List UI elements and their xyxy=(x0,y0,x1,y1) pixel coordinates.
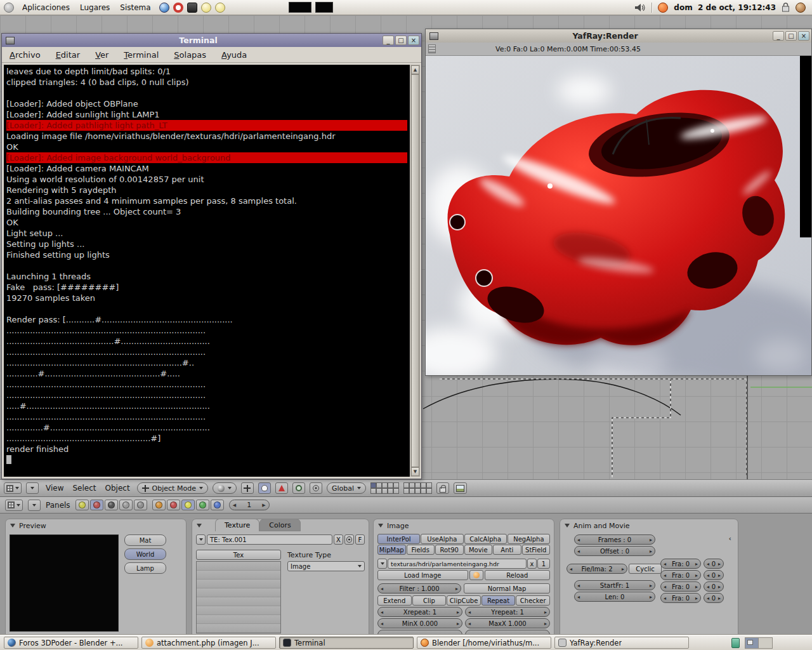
layer-button[interactable] xyxy=(382,488,388,494)
layer-button[interactable] xyxy=(415,482,421,488)
fra-zero-field[interactable]: 0 xyxy=(704,593,724,603)
layer-button[interactable] xyxy=(370,488,376,494)
anim-panel-header[interactable]: Anim and Movie xyxy=(560,519,738,532)
texture-channel-slot[interactable] xyxy=(197,624,280,633)
fra-field[interactable]: Fra: 0 xyxy=(660,559,701,569)
taskbar-task[interactable]: Foros 3DPoder - Blender +... xyxy=(4,637,138,649)
render-preview-button[interactable] xyxy=(454,482,467,494)
layer-button[interactable] xyxy=(409,482,415,488)
texture-channel-slot[interactable] xyxy=(197,606,280,615)
hand-tool-button[interactable] xyxy=(258,482,271,494)
layer-button[interactable] xyxy=(426,488,432,494)
editor-type-button[interactable] xyxy=(5,500,23,511)
top-menu-aplicaciones[interactable]: Aplicaciones xyxy=(18,2,74,13)
fake-user-button[interactable]: F xyxy=(355,534,365,545)
layer-button[interactable] xyxy=(415,488,421,494)
close-button[interactable]: × xyxy=(798,31,809,41)
layer-button[interactable] xyxy=(393,482,399,488)
window-swatch-1[interactable] xyxy=(289,2,311,13)
workspace-1[interactable] xyxy=(745,638,759,648)
offset-field[interactable]: Offset : 0 xyxy=(574,546,655,556)
transform-orientation-dropdown[interactable]: Global xyxy=(327,482,366,494)
frames-field[interactable]: Frames : 0 xyxy=(574,534,655,545)
update-notifier-icon[interactable] xyxy=(658,3,668,13)
scroll-down-icon[interactable] xyxy=(411,467,419,476)
tab-texture[interactable]: Texture xyxy=(215,519,259,531)
preview-panel-header[interactable]: Preview xyxy=(6,519,186,532)
panel-collapse-icon[interactable] xyxy=(10,524,15,527)
layer-button[interactable] xyxy=(421,482,426,488)
texture-name-field[interactable]: TE: Tex.001 xyxy=(207,534,332,545)
editing-icon[interactable] xyxy=(119,500,133,510)
auto-name-button[interactable] xyxy=(344,534,354,545)
window-swatch-2[interactable] xyxy=(315,2,333,13)
image-repeat-button[interactable]: Repeat xyxy=(481,595,516,606)
layer-button[interactable] xyxy=(376,488,382,494)
reload-button[interactable]: Reload xyxy=(485,570,551,580)
bulb-launcher-icon-1[interactable] xyxy=(201,3,211,13)
image-usealpha-button[interactable]: UseAlpha xyxy=(421,534,463,544)
viewport-menu-view[interactable]: View xyxy=(46,484,63,493)
panel-collapse-icon[interactable] xyxy=(378,524,383,527)
image-clip-button[interactable]: Clip xyxy=(412,595,447,606)
toolbar-handle-icon[interactable] xyxy=(428,44,436,53)
translate-manipulator-button[interactable] xyxy=(241,482,254,494)
texture-channel-slot[interactable] xyxy=(197,615,280,624)
help-launcher-icon[interactable] xyxy=(173,3,183,13)
taskbar-task[interactable]: Blender [/home/viriathus/m... xyxy=(417,637,551,649)
layer-button[interactable] xyxy=(403,482,409,488)
lock-screen-icon[interactable] xyxy=(782,3,790,12)
layer-button[interactable] xyxy=(409,488,415,494)
clock[interactable]: dom 2 de oct, 19:12:43 xyxy=(674,3,776,12)
layer-button[interactable] xyxy=(370,482,376,488)
xrepeat-slider[interactable]: Xrepeat: 1 xyxy=(377,607,462,617)
maxx-field[interactable]: MaxX 1.000 xyxy=(465,618,550,628)
fra-zero-field[interactable]: 0 xyxy=(704,581,724,592)
minimize-button[interactable]: _ xyxy=(383,36,394,45)
texture-channel-slot[interactable] xyxy=(197,562,280,571)
volume-icon[interactable] xyxy=(634,3,646,12)
panel-collapse-icon[interactable] xyxy=(565,524,570,527)
top-menu-lugares[interactable]: Lugares xyxy=(75,2,114,13)
maxy-field-cropped[interactable] xyxy=(465,630,550,635)
draw-type-dropdown[interactable] xyxy=(213,482,237,494)
scrollbar-thumb[interactable] xyxy=(411,74,419,467)
filter-slider[interactable]: Filter : 1.000 xyxy=(377,583,461,594)
texture-type-dropdown[interactable]: Image xyxy=(287,561,365,571)
layer-button[interactable] xyxy=(388,488,393,494)
fra-field[interactable]: Fra: 0 xyxy=(660,593,701,603)
screenshot-launcher-icon[interactable] xyxy=(187,3,197,13)
layer-button[interactable] xyxy=(376,482,382,488)
world-icon[interactable] xyxy=(211,500,224,510)
script-icon[interactable] xyxy=(105,500,118,510)
terminal-menu-ver[interactable]: Ver xyxy=(95,50,108,60)
scroll-up-icon[interactable] xyxy=(411,65,419,74)
yrepeat-slider[interactable]: Yrepeat: 1 xyxy=(465,607,550,617)
editor-type-button[interactable] xyxy=(4,482,22,494)
texture-channel-slot[interactable] xyxy=(197,580,280,588)
panel-collapse-arrow-icon[interactable]: ‹ xyxy=(729,534,731,543)
terminal-menu-editar[interactable]: Editar xyxy=(56,50,81,60)
image-stfield-button[interactable]: StField xyxy=(522,545,551,555)
minx-field[interactable]: MinX 0.000 xyxy=(377,618,462,628)
terminal-menu-ayuda[interactable]: Ayuda xyxy=(221,50,247,60)
terminal-titlebar[interactable]: Terminal _□× xyxy=(2,34,421,47)
texture-delete-button[interactable]: X xyxy=(334,534,343,545)
close-button[interactable]: × xyxy=(408,36,419,45)
image-checker-button[interactable]: Checker xyxy=(516,595,550,606)
viewport-menu-object[interactable]: Object xyxy=(105,484,130,493)
terminal-scrollbar[interactable] xyxy=(410,65,420,477)
texture-browse-button[interactable] xyxy=(196,534,206,545)
image-negalpha-button[interactable]: NegAlpha xyxy=(508,534,550,544)
terminal-output[interactable]: leaves due to depth limit/bad splits: 0/… xyxy=(4,65,410,477)
fra-zero-field[interactable]: 0 xyxy=(704,570,724,580)
image-delete-button[interactable]: x xyxy=(527,559,537,569)
yafray-titlebar[interactable]: YafRay:Render _□× xyxy=(426,29,811,43)
minimize-button[interactable]: _ xyxy=(773,31,784,41)
image-calcalpha-button[interactable]: CalcAlpha xyxy=(464,534,507,544)
texture-channel-slot[interactable] xyxy=(197,597,280,606)
layer-button[interactable] xyxy=(393,488,399,494)
cyclic-button[interactable]: Cyclic xyxy=(629,564,662,574)
logic-icon[interactable] xyxy=(75,500,89,510)
frame-stepper[interactable]: 1 xyxy=(229,500,270,510)
